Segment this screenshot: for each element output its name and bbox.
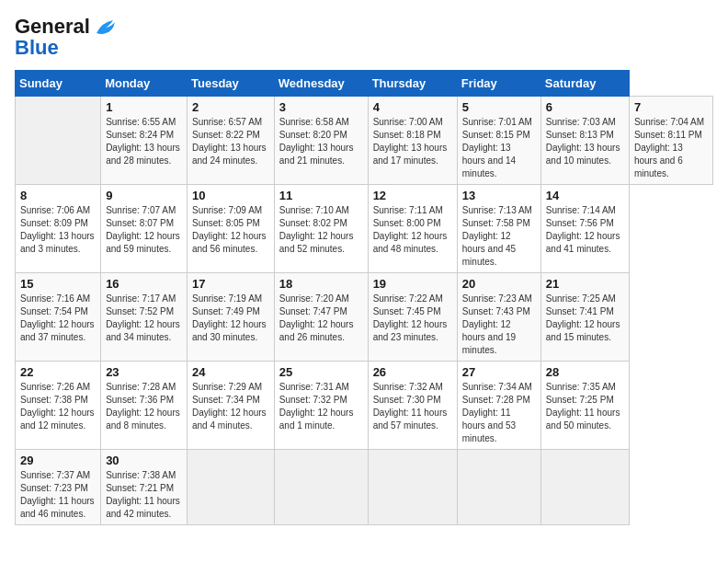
calendar-day-cell: 30Sunrise: 7:38 AMSunset: 7:21 PMDayligh… <box>101 450 188 525</box>
page-header: General Blue <box>15 15 713 59</box>
day-number: 15 <box>20 277 96 291</box>
day-number: 1 <box>106 100 182 114</box>
day-number: 6 <box>546 100 624 114</box>
day-number: 11 <box>279 189 363 202</box>
calendar-week-row: 1Sunrise: 6:55 AMSunset: 8:24 PMDaylight… <box>16 97 713 185</box>
day-number: 18 <box>279 277 363 291</box>
calendar-day-cell: 12Sunrise: 7:11 AMSunset: 8:00 PMDayligh… <box>368 185 457 273</box>
calendar-week-row: 29Sunrise: 7:37 AMSunset: 7:23 PMDayligh… <box>16 450 713 525</box>
calendar-day-cell: 18Sunrise: 7:20 AMSunset: 7:47 PMDayligh… <box>274 273 368 362</box>
calendar-body: 1Sunrise: 6:55 AMSunset: 8:24 PMDaylight… <box>16 97 713 525</box>
calendar-day-cell: 4Sunrise: 7:00 AMSunset: 8:18 PMDaylight… <box>368 97 457 185</box>
day-number: 23 <box>106 365 182 379</box>
logo-bird-icon <box>93 15 119 40</box>
day-info: Sunrise: 7:28 AMSunset: 7:36 PMDaylight:… <box>106 381 182 432</box>
day-info: Sunrise: 7:23 AMSunset: 7:43 PMDaylight:… <box>462 293 536 357</box>
day-number: 29 <box>20 454 96 467</box>
day-header-saturday: Saturday <box>540 71 629 97</box>
day-info: Sunrise: 6:55 AMSunset: 8:24 PMDaylight:… <box>106 116 182 167</box>
day-info: Sunrise: 7:38 AMSunset: 7:21 PMDaylight:… <box>106 469 182 521</box>
calendar-day-cell: 24Sunrise: 7:29 AMSunset: 7:34 PMDayligh… <box>188 362 275 450</box>
day-header-friday: Friday <box>457 71 540 97</box>
calendar-day-cell: 7Sunrise: 7:04 AMSunset: 8:11 PMDaylight… <box>629 97 712 185</box>
day-info: Sunrise: 7:35 AMSunset: 7:25 PMDaylight:… <box>546 381 624 432</box>
day-number: 2 <box>192 100 269 114</box>
day-number: 12 <box>373 189 452 202</box>
day-number: 10 <box>192 189 269 202</box>
calendar-day-cell: 25Sunrise: 7:31 AMSunset: 7:32 PMDayligh… <box>274 362 368 450</box>
day-info: Sunrise: 7:13 AMSunset: 7:58 PMDaylight:… <box>462 204 536 269</box>
day-number: 22 <box>20 365 96 379</box>
day-info: Sunrise: 7:06 AMSunset: 8:09 PMDaylight:… <box>20 204 96 256</box>
day-info: Sunrise: 7:22 AMSunset: 7:45 PMDaylight:… <box>373 293 452 344</box>
day-info: Sunrise: 7:10 AMSunset: 8:02 PMDaylight:… <box>279 204 363 256</box>
calendar-day-cell <box>368 450 457 525</box>
calendar-day-cell: 21Sunrise: 7:25 AMSunset: 7:41 PMDayligh… <box>540 273 629 362</box>
day-number: 3 <box>279 100 363 114</box>
day-number: 27 <box>462 365 536 379</box>
day-number: 21 <box>546 277 624 291</box>
day-number: 16 <box>106 277 182 291</box>
day-header-thursday: Thursday <box>368 71 457 97</box>
day-info: Sunrise: 7:37 AMSunset: 7:23 PMDaylight:… <box>20 469 96 521</box>
day-info: Sunrise: 6:57 AMSunset: 8:22 PMDaylight:… <box>192 116 269 167</box>
calendar-day-cell: 6Sunrise: 7:03 AMSunset: 8:13 PMDaylight… <box>540 97 629 185</box>
day-info: Sunrise: 7:16 AMSunset: 7:54 PMDaylight:… <box>20 293 96 344</box>
day-info: Sunrise: 7:17 AMSunset: 7:52 PMDaylight:… <box>106 293 182 344</box>
calendar-day-cell: 8Sunrise: 7:06 AMSunset: 8:09 PMDaylight… <box>16 185 101 273</box>
calendar-week-row: 22Sunrise: 7:26 AMSunset: 7:38 PMDayligh… <box>16 362 713 450</box>
logo: General Blue <box>15 15 119 59</box>
day-info: Sunrise: 7:01 AMSunset: 8:15 PMDaylight:… <box>462 116 536 180</box>
day-info: Sunrise: 7:34 AMSunset: 7:28 PMDaylight:… <box>462 381 536 445</box>
day-info: Sunrise: 7:26 AMSunset: 7:38 PMDaylight:… <box>20 381 96 432</box>
day-header-wednesday: Wednesday <box>274 71 368 97</box>
calendar-day-cell: 13Sunrise: 7:13 AMSunset: 7:58 PMDayligh… <box>457 185 540 273</box>
day-number: 26 <box>373 365 452 379</box>
day-header-monday: Monday <box>101 71 188 97</box>
day-number: 28 <box>546 365 624 379</box>
day-info: Sunrise: 7:14 AMSunset: 7:56 PMDaylight:… <box>546 204 624 256</box>
day-info: Sunrise: 7:32 AMSunset: 7:30 PMDaylight:… <box>373 381 452 432</box>
calendar-day-cell: 23Sunrise: 7:28 AMSunset: 7:36 PMDayligh… <box>101 362 188 450</box>
day-number: 13 <box>462 189 536 202</box>
calendar-day-cell: 20Sunrise: 7:23 AMSunset: 7:43 PMDayligh… <box>457 273 540 362</box>
calendar-day-cell: 11Sunrise: 7:10 AMSunset: 8:02 PMDayligh… <box>274 185 368 273</box>
calendar-day-cell <box>16 97 101 185</box>
day-header-sunday: Sunday <box>16 71 101 97</box>
day-number: 20 <box>462 277 536 291</box>
calendar-header-row: SundayMondayTuesdayWednesdayThursdayFrid… <box>16 71 713 97</box>
day-info: Sunrise: 7:04 AMSunset: 8:11 PMDaylight:… <box>634 116 708 180</box>
day-header-tuesday: Tuesday <box>188 71 275 97</box>
calendar-day-cell: 28Sunrise: 7:35 AMSunset: 7:25 PMDayligh… <box>540 362 629 450</box>
calendar-week-row: 8Sunrise: 7:06 AMSunset: 8:09 PMDaylight… <box>16 185 713 273</box>
logo-line2: Blue <box>15 37 59 59</box>
day-number: 19 <box>373 277 452 291</box>
day-number: 4 <box>373 100 452 114</box>
calendar-day-cell: 26Sunrise: 7:32 AMSunset: 7:30 PMDayligh… <box>368 362 457 450</box>
day-number: 8 <box>20 189 96 202</box>
calendar-day-cell: 3Sunrise: 6:58 AMSunset: 8:20 PMDaylight… <box>274 97 368 185</box>
calendar-table: SundayMondayTuesdayWednesdayThursdayFrid… <box>15 70 713 525</box>
day-number: 25 <box>279 365 363 379</box>
day-info: Sunrise: 6:58 AMSunset: 8:20 PMDaylight:… <box>279 116 363 167</box>
calendar-week-row: 15Sunrise: 7:16 AMSunset: 7:54 PMDayligh… <box>16 273 713 362</box>
day-info: Sunrise: 7:11 AMSunset: 8:00 PMDaylight:… <box>373 204 452 256</box>
logo-line1: General <box>15 15 90 38</box>
day-number: 5 <box>462 100 536 114</box>
calendar-day-cell: 16Sunrise: 7:17 AMSunset: 7:52 PMDayligh… <box>101 273 188 362</box>
day-number: 24 <box>192 365 269 379</box>
day-number: 9 <box>106 189 182 202</box>
day-info: Sunrise: 7:00 AMSunset: 8:18 PMDaylight:… <box>373 116 452 167</box>
calendar-day-cell <box>188 450 275 525</box>
day-number: 14 <box>546 189 624 202</box>
day-info: Sunrise: 7:25 AMSunset: 7:41 PMDaylight:… <box>546 293 624 344</box>
calendar-day-cell: 5Sunrise: 7:01 AMSunset: 8:15 PMDaylight… <box>457 97 540 185</box>
calendar-day-cell: 22Sunrise: 7:26 AMSunset: 7:38 PMDayligh… <box>16 362 101 450</box>
calendar-day-cell: 17Sunrise: 7:19 AMSunset: 7:49 PMDayligh… <box>188 273 275 362</box>
calendar-day-cell: 27Sunrise: 7:34 AMSunset: 7:28 PMDayligh… <box>457 362 540 450</box>
calendar-day-cell: 19Sunrise: 7:22 AMSunset: 7:45 PMDayligh… <box>368 273 457 362</box>
calendar-day-cell <box>274 450 368 525</box>
day-number: 7 <box>634 100 708 114</box>
day-number: 30 <box>106 454 182 467</box>
day-info: Sunrise: 7:20 AMSunset: 7:47 PMDaylight:… <box>279 293 363 344</box>
